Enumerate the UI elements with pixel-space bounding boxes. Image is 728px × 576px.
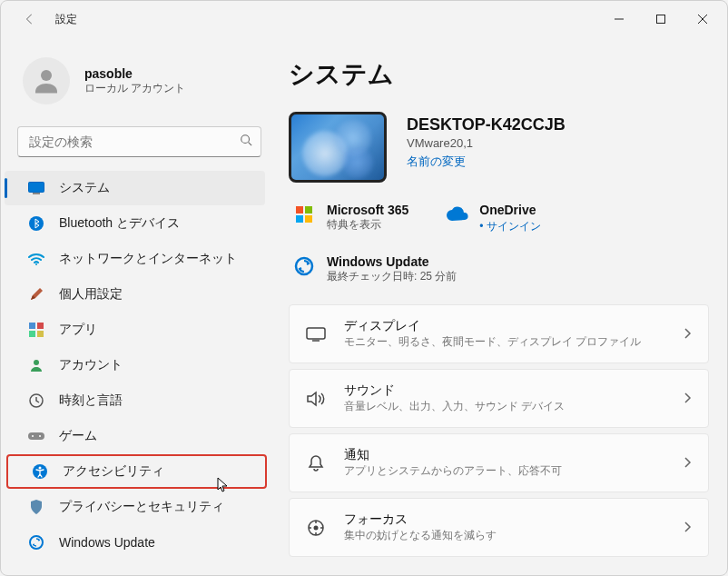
card-notifications[interactable]: 通知 アプリとシステムからのアラート、応答不可 bbox=[289, 433, 709, 492]
service-title: Windows Update bbox=[327, 254, 457, 269]
display-icon bbox=[306, 324, 326, 344]
svg-point-11 bbox=[34, 360, 39, 365]
nav-label: Bluetooth とデバイス bbox=[59, 215, 180, 232]
update-icon bbox=[28, 534, 44, 551]
nav-item-time-language[interactable]: 時刻と言語 bbox=[5, 383, 265, 418]
clock-globe-icon bbox=[28, 392, 44, 409]
update-icon bbox=[292, 254, 316, 278]
card-focus[interactable]: フォーカス 集中の妨げとなる通知を減らす bbox=[289, 498, 709, 557]
nav-label: システム bbox=[59, 180, 110, 196]
svg-point-1 bbox=[41, 70, 52, 81]
minimize-button[interactable] bbox=[598, 5, 640, 34]
svg-rect-7 bbox=[29, 323, 35, 329]
nav-item-apps[interactable]: アプリ bbox=[5, 313, 265, 347]
titlebar: 設定 bbox=[1, 1, 727, 37]
nav-label: ゲーム bbox=[59, 428, 97, 444]
nav-label: アクセシビリティ bbox=[63, 463, 164, 480]
onedrive-signin-link[interactable]: サインイン bbox=[487, 220, 541, 233]
card-display[interactable]: ディスプレイ モニター、明るさ、夜間モード、ディスプレイ プロファイル bbox=[289, 304, 709, 363]
svg-rect-19 bbox=[296, 206, 303, 214]
svg-rect-13 bbox=[28, 432, 44, 440]
nav-label: アプリ bbox=[59, 322, 97, 338]
service-onedrive[interactable]: OneDrive •サインイン bbox=[445, 203, 541, 234]
bell-icon bbox=[306, 453, 326, 473]
nav-item-privacy[interactable]: プライバシーとセキュリティ bbox=[5, 490, 265, 524]
svg-point-26 bbox=[314, 525, 319, 530]
service-windows-update[interactable]: Windows Update 最終チェック日時: 25 分前 bbox=[292, 254, 457, 284]
m365-icon bbox=[292, 203, 316, 226]
service-title: OneDrive bbox=[479, 203, 541, 217]
card-title: サウンド bbox=[344, 382, 666, 399]
avatar bbox=[23, 57, 70, 104]
main-content: システム DESKTOP-K42CCJB VMware20,1 名前の変更 Mi… bbox=[278, 37, 727, 575]
svg-rect-0 bbox=[657, 15, 665, 24]
card-title: 通知 bbox=[344, 447, 666, 463]
chevron-right-icon bbox=[684, 391, 692, 407]
brush-icon bbox=[28, 286, 44, 303]
nav-item-accessibility[interactable]: アクセシビリティ bbox=[6, 454, 267, 489]
service-title: Microsoft 365 bbox=[327, 203, 408, 217]
svg-point-18 bbox=[30, 536, 43, 549]
card-subtitle: アプリとシステムからのアラート、応答不可 bbox=[344, 463, 666, 479]
nav-item-personalization[interactable]: 個人用設定 bbox=[5, 277, 265, 312]
apps-icon bbox=[28, 322, 44, 338]
user-block[interactable]: pasoble ローカル アカウント bbox=[1, 41, 278, 126]
wifi-icon bbox=[28, 251, 44, 267]
user-subtitle: ローカル アカウント bbox=[84, 81, 185, 96]
nav-item-bluetooth[interactable]: Bluetooth とデバイス bbox=[5, 206, 265, 241]
svg-point-6 bbox=[35, 263, 37, 265]
services-row: Microsoft 365 特典を表示 OneDrive •サインイン bbox=[289, 203, 709, 234]
chevron-right-icon bbox=[684, 520, 692, 536]
svg-point-2 bbox=[241, 135, 250, 144]
accessibility-icon bbox=[32, 463, 48, 480]
device-row: DESKTOP-K42CCJB VMware20,1 名前の変更 bbox=[289, 112, 709, 183]
bluetooth-icon bbox=[28, 215, 44, 232]
svg-rect-20 bbox=[305, 206, 312, 214]
focus-icon bbox=[306, 518, 326, 538]
sidebar: pasoble ローカル アカウント システム Bluetooth とデバイス … bbox=[1, 37, 278, 575]
page-title: システム bbox=[289, 57, 709, 92]
rename-link[interactable]: 名前の変更 bbox=[407, 154, 566, 170]
nav-label: プライバシーとセキュリティ bbox=[59, 499, 224, 515]
nav-label: Windows Update bbox=[59, 535, 155, 550]
shield-icon bbox=[28, 499, 44, 515]
card-sound[interactable]: サウンド 音量レベル、出力、入力、サウンド デバイス bbox=[289, 369, 709, 428]
svg-rect-8 bbox=[37, 323, 44, 329]
nav-item-gaming[interactable]: ゲーム bbox=[5, 419, 265, 453]
nav-label: ネットワークとインターネット bbox=[59, 251, 237, 267]
nav-label: 時刻と言語 bbox=[59, 392, 123, 409]
device-model: VMware20,1 bbox=[407, 136, 566, 150]
service-m365[interactable]: Microsoft 365 特典を表示 bbox=[292, 203, 408, 234]
settings-cards: ディスプレイ モニター、明るさ、夜間モード、ディスプレイ プロファイル サウンド… bbox=[289, 304, 709, 557]
nav-label: アカウント bbox=[59, 357, 123, 373]
nav-label: 個人用設定 bbox=[59, 286, 123, 303]
card-title: ディスプレイ bbox=[344, 318, 666, 334]
device-thumbnail[interactable] bbox=[289, 112, 387, 183]
nav-item-windows-update[interactable]: Windows Update bbox=[5, 525, 265, 560]
svg-rect-10 bbox=[37, 331, 44, 337]
search-input[interactable] bbox=[17, 126, 261, 157]
svg-rect-22 bbox=[305, 215, 312, 223]
maximize-button[interactable] bbox=[640, 5, 682, 34]
svg-rect-3 bbox=[29, 183, 44, 193]
svg-point-14 bbox=[32, 435, 34, 437]
user-name: pasoble bbox=[84, 66, 185, 81]
chevron-right-icon bbox=[684, 326, 692, 343]
window-title: 設定 bbox=[55, 12, 77, 27]
nav-item-accounts[interactable]: アカウント bbox=[5, 348, 265, 382]
card-title: フォーカス bbox=[344, 511, 666, 528]
nav-item-system[interactable]: システム bbox=[5, 171, 265, 205]
bullet-icon: • bbox=[479, 220, 483, 233]
svg-point-17 bbox=[39, 467, 42, 470]
svg-point-15 bbox=[39, 435, 41, 437]
svg-rect-9 bbox=[29, 331, 35, 337]
back-button[interactable] bbox=[15, 5, 44, 34]
svg-rect-24 bbox=[307, 328, 325, 339]
nav-item-network[interactable]: ネットワークとインターネット bbox=[5, 242, 265, 276]
gamepad-icon bbox=[28, 428, 44, 444]
sound-icon bbox=[306, 389, 326, 409]
svg-rect-4 bbox=[33, 193, 40, 194]
onedrive-icon bbox=[445, 203, 468, 226]
close-button[interactable] bbox=[682, 5, 723, 34]
card-subtitle: モニター、明るさ、夜間モード、ディスプレイ プロファイル bbox=[344, 334, 666, 350]
